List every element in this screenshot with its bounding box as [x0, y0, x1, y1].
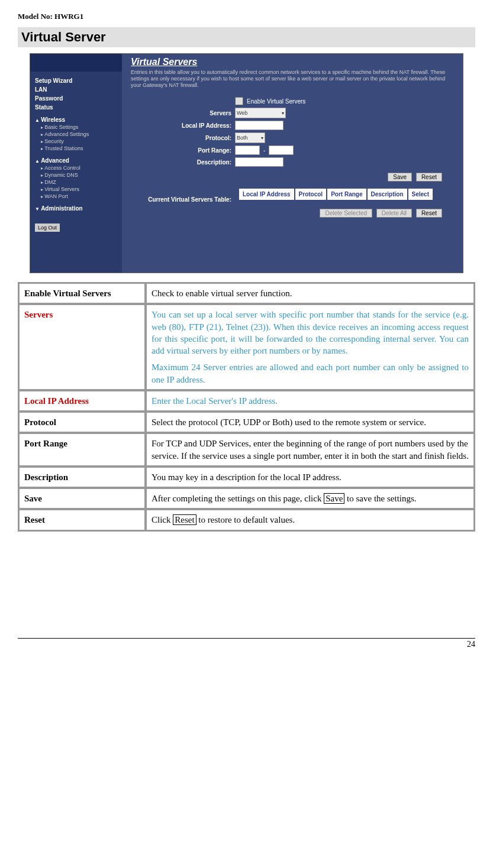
port-end-input[interactable] — [269, 145, 294, 155]
reset-button[interactable]: Reset — [416, 173, 442, 182]
boxed-reset: Reset — [173, 514, 196, 525]
row-text: Select the protocol (TCP, UDP or Both) u… — [146, 412, 474, 432]
enable-checkbox[interactable] — [235, 97, 243, 105]
local-ip-label: Local IP Address: — [131, 122, 231, 129]
description-label: Description: — [131, 159, 231, 166]
port-start-input[interactable] — [235, 145, 260, 155]
nav-status[interactable]: Status — [35, 104, 117, 111]
section-title: Virtual Server — [18, 27, 475, 47]
row-text: Click Reset to restore to default values… — [146, 510, 474, 530]
virtual-servers-table: Local IP Address Protocol Port Range Des… — [238, 187, 434, 201]
delete-all-button[interactable]: Delete All — [376, 209, 412, 218]
nav-advanced-group[interactable]: Advanced — [35, 157, 117, 164]
main-panel: Virtual Servers Entries in this table al… — [122, 54, 463, 273]
nav-access-control[interactable]: Access Control — [41, 165, 117, 171]
th-protocol: Protocol — [295, 188, 327, 200]
table-row: Description You may key in a description… — [19, 467, 474, 487]
sidebar: Setup Wizard LAN Password Status Wireles… — [30, 54, 122, 273]
row-label: Servers — [19, 305, 145, 390]
description-table: Enable Virtual Servers Check to enable v… — [18, 282, 475, 532]
save-button[interactable]: Save — [388, 173, 412, 182]
reset-button-2[interactable]: Reset — [416, 209, 442, 218]
logo-area — [30, 54, 122, 72]
nav-basic-settings[interactable]: Basic Settings — [41, 124, 117, 130]
nav-administration-group[interactable]: Administration — [35, 205, 117, 212]
nav-lan[interactable]: LAN — [35, 86, 117, 93]
th-local-ip: Local IP Address — [239, 188, 295, 200]
table-row: Port Range For TCP and UDP Services, ent… — [19, 433, 474, 466]
boxed-save: Save — [324, 493, 344, 504]
row-label: Enable Virtual Servers — [19, 283, 145, 303]
protocol-select[interactable]: Both — [235, 132, 265, 143]
table-label: Current Virtual Servers Table: — [131, 187, 231, 203]
row-text: You may key in a description for the loc… — [146, 467, 474, 487]
nav-dmz[interactable]: DMZ — [41, 179, 117, 185]
th-description: Description — [367, 188, 408, 200]
nav-setup-wizard[interactable]: Setup Wizard — [35, 77, 117, 84]
nav-advanced-settings[interactable]: Advanced Settings — [41, 131, 117, 137]
panel-heading: Virtual Servers — [131, 57, 454, 67]
row-text: You can set up a local server with speci… — [146, 305, 474, 390]
row-label: Local IP Address — [19, 391, 145, 411]
servers-label: Servers — [131, 110, 231, 116]
th-select: Select — [408, 188, 433, 200]
protocol-label: Protocol: — [131, 135, 231, 141]
description-input[interactable] — [235, 157, 283, 167]
local-ip-input[interactable] — [235, 121, 283, 130]
row-text: After completing the settings on this pa… — [146, 488, 474, 509]
servers-select[interactable]: Web — [235, 108, 286, 118]
panel-description: Entries in this table allow you to autom… — [131, 69, 454, 88]
logout-button[interactable]: Log Out — [35, 224, 60, 232]
th-port-range: Port Range — [327, 188, 366, 200]
table-row: Local IP Address Enter the Local Server'… — [19, 391, 474, 411]
nav-trusted-stations[interactable]: Trusted Stations — [41, 145, 117, 151]
nav-virtual-servers[interactable]: Virtual Servers — [41, 186, 117, 192]
model-number: Model No: HWRG1 — [18, 12, 475, 21]
router-ui-screenshot: Setup Wizard LAN Password Status Wireles… — [30, 53, 463, 273]
nav-password[interactable]: Password — [35, 95, 117, 102]
table-row: Protocol Select the protocol (TCP, UDP o… — [19, 412, 474, 432]
row-label: Protocol — [19, 412, 145, 432]
row-label: Port Range — [19, 433, 145, 466]
page-footer: 24 — [18, 638, 475, 649]
nav-wireless-group[interactable]: Wireless — [35, 116, 117, 123]
page-number: 24 — [467, 640, 475, 649]
row-text: Check to enable virtual server function. — [146, 283, 474, 303]
table-row: Servers You can set up a local server wi… — [19, 305, 474, 390]
port-dash: - — [263, 147, 265, 154]
row-text: Enter the Local Server's IP address. — [146, 391, 474, 411]
row-label: Description — [19, 467, 145, 487]
enable-label: Enable Virtual Servers — [247, 98, 305, 105]
row-text: For TCP and UDP Services, enter the begi… — [146, 433, 474, 466]
table-row: Save After completing the settings on th… — [19, 488, 474, 509]
port-range-label: Port Range: — [131, 147, 231, 154]
table-row: Reset Click Reset to restore to default … — [19, 510, 474, 530]
nav-security[interactable]: Security — [41, 138, 117, 144]
nav-wan-port[interactable]: WAN Port — [41, 193, 117, 199]
row-label: Reset — [19, 510, 145, 530]
delete-selected-button[interactable]: Delete Selected — [320, 209, 372, 218]
row-label: Save — [19, 488, 145, 509]
nav-dynamic-dns[interactable]: Dynamic DNS — [41, 172, 117, 178]
table-row: Enable Virtual Servers Check to enable v… — [19, 283, 474, 303]
